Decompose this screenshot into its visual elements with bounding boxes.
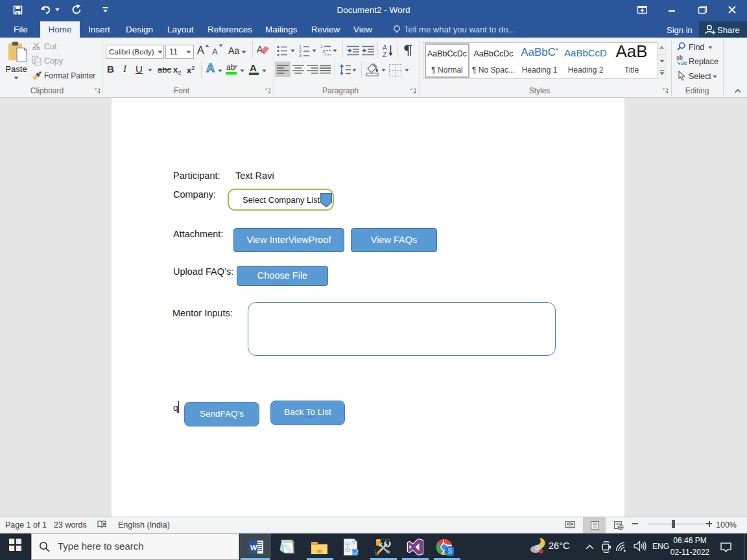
svg-text:S: S bbox=[448, 548, 453, 555]
svg-text:3: 3 bbox=[299, 53, 302, 57]
svg-text:A: A bbox=[383, 44, 387, 51]
svg-text:Z: Z bbox=[383, 51, 386, 58]
svg-text:W: W bbox=[250, 544, 257, 552]
svg-text:i: i bbox=[325, 52, 326, 57]
svg-text:1: 1 bbox=[299, 45, 302, 49]
